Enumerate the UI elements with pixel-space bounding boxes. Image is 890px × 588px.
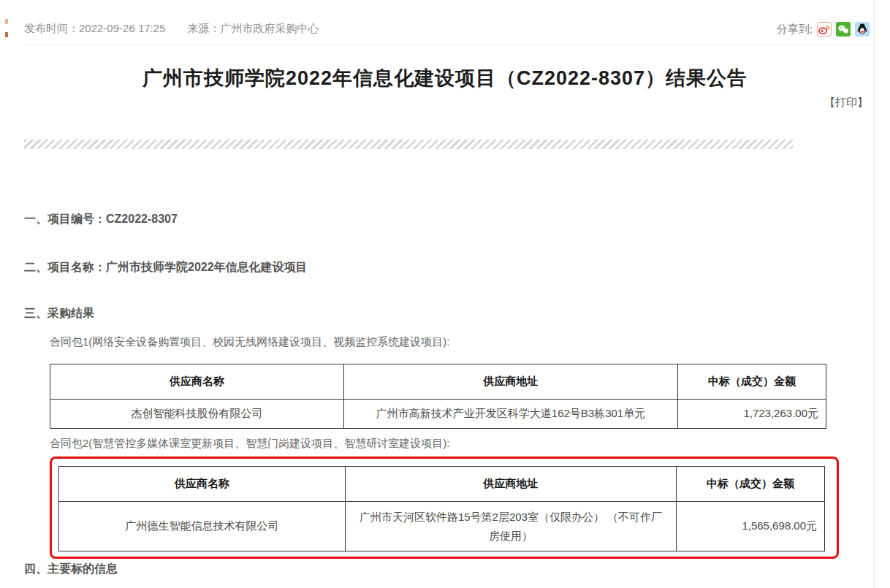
- announcement-page: 发布时间：2022-09-26 17:25 来源：广州市政府采购中心 分享到:: [0, 0, 890, 588]
- publish-time-text: 发布时间：2022-09-26 17:25: [24, 22, 165, 36]
- supplier-name-cell: 杰创智能科技股份有限公司: [50, 400, 344, 429]
- header-supplier-address: 供应商地址: [344, 364, 678, 400]
- header-supplier-name: 供应商名称: [59, 467, 346, 502]
- red-highlight-box: 供应商名称 供应商地址 中标（成交）金额 广州德生智能信息技术有限公司 广州市天…: [50, 457, 839, 559]
- qq-share-icon[interactable]: [855, 22, 870, 37]
- header-supplier-name: 供应商名称: [50, 364, 344, 400]
- section-project-number: 一、项目编号：CZ2022-8307: [24, 212, 890, 227]
- publish-meta: 发布时间：2022-09-26 17:25 来源：广州市政府采购中心: [24, 22, 319, 36]
- award-amount-cell: 1,723,263.00元: [678, 400, 826, 429]
- award-amount-cell: 1,565,698.00元: [677, 502, 825, 551]
- section-main-subject-info: 四、主要标的信息: [24, 562, 890, 577]
- table-row: 杰创智能科技股份有限公司 广州市高新技术产业开发区科学大道162号B3栋301单…: [50, 400, 826, 429]
- package1-result-table: 供应商名称 供应商地址 中标（成交）金额 杰创智能科技股份有限公司 广州市高新技…: [50, 364, 826, 429]
- share-label: 分享到:: [777, 23, 813, 37]
- header-award-amount: 中标（成交）金额: [677, 467, 825, 502]
- print-row: 【打印】: [0, 96, 868, 110]
- supplier-address-cell: 广州市天河区软件路15号第2层203室（仅限办公） （不可作厂房使用）: [346, 502, 677, 551]
- source-text: 来源：广州市政府采购中心: [187, 22, 319, 36]
- hatched-divider: [24, 140, 793, 149]
- page-title: 广州市技师学院2022年信息化建设项目（CZ2022-8307）结果公告: [0, 65, 890, 91]
- supplier-name-cell: 广州德生智能信息技术有限公司: [59, 502, 346, 551]
- table-row: 广州德生智能信息技术有限公司 广州市天河区软件路15号第2层203室（仅限办公）…: [59, 502, 825, 551]
- weibo-share-icon[interactable]: [817, 22, 832, 37]
- page-right-divider: [874, 0, 875, 588]
- package1-intro: 合同包1(网络安全设备购置项目、校园无线网络建设项目、视频监控系统建设项目):: [50, 335, 890, 349]
- section-procurement-result: 三、采购结果: [24, 306, 890, 321]
- table-header-row: 供应商名称 供应商地址 中标（成交）金额: [50, 364, 826, 400]
- print-button[interactable]: 【打印】: [824, 96, 868, 108]
- table-header-row: 供应商名称 供应商地址 中标（成交）金额: [59, 467, 825, 502]
- left-edge-mark-bottom: [5, 32, 8, 37]
- package2-result-table: 供应商名称 供应商地址 中标（成交）金额 广州德生智能信息技术有限公司 广州市天…: [58, 466, 825, 551]
- supplier-address-cell: 广州市高新技术产业开发区科学大道162号B3栋301单元: [344, 400, 678, 429]
- package2-intro: 合同包2(智慧管控多媒体课室更新项目、智慧门岗建设项目、智慧研讨室建设项目):: [50, 437, 890, 451]
- wechat-share-icon[interactable]: [836, 22, 851, 37]
- header-supplier-address: 供应商地址: [346, 467, 677, 502]
- left-edge-mark-top: [5, 19, 8, 24]
- header-award-amount: 中标（成交）金额: [678, 364, 826, 400]
- section-project-name: 二、项目名称：广州市技师学院2022年信息化建设项目: [24, 260, 890, 275]
- share-bar: 分享到:: [777, 22, 870, 37]
- meta-bar: 发布时间：2022-09-26 17:25 来源：广州市政府采购中心 分享到:: [24, 0, 870, 45]
